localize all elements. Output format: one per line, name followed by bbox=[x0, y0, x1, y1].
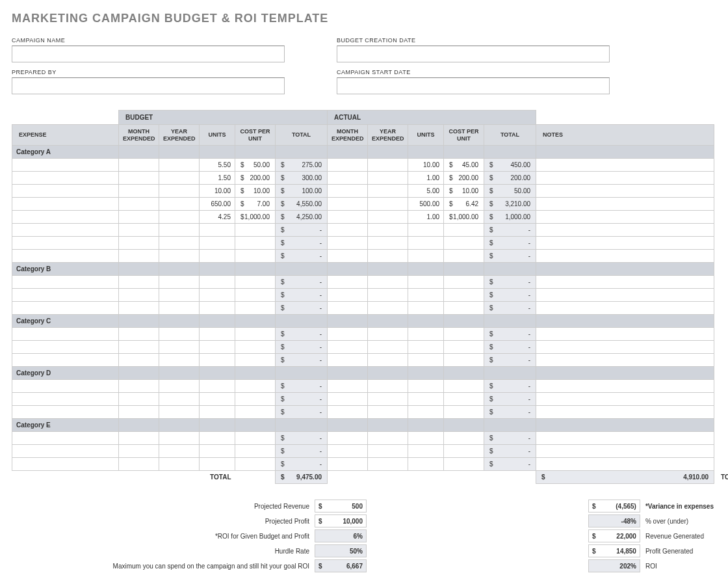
prepared-by-input[interactable] bbox=[12, 77, 285, 94]
budget-date-label: BUDGET CREATION DATE bbox=[337, 37, 610, 44]
table-row[interactable]: 5.50$50.00$275.0010.00$45.00$450.00 bbox=[12, 159, 714, 172]
budget-header: BUDGET bbox=[119, 111, 328, 125]
table-row[interactable]: $-$- bbox=[12, 224, 714, 237]
table-row[interactable]: $-$- bbox=[12, 302, 714, 315]
summary-value[interactable]: $6,667 bbox=[315, 559, 367, 572]
col-month-a: MONTH EXPENDED bbox=[328, 125, 368, 146]
page-title: MARKETING CAMPAIGN BUDGET & ROI TEMPLATE bbox=[12, 12, 716, 25]
summary-value[interactable]: 6% bbox=[315, 529, 367, 542]
table-row[interactable]: 1.50$200.00$300.001.00$200.00$200.00 bbox=[12, 172, 714, 185]
col-total-b: TOTAL bbox=[276, 125, 328, 146]
table-row[interactable]: $-$- bbox=[12, 445, 714, 458]
col-cpu-a: COST PER UNIT bbox=[444, 125, 484, 146]
summary-row: $14,850Profit Generated bbox=[588, 544, 714, 557]
table-row[interactable]: $-$- bbox=[12, 250, 714, 263]
summary-value[interactable]: 202% bbox=[588, 559, 640, 572]
summary-row: -48%% over (under) bbox=[588, 514, 714, 527]
table-row[interactable]: $-$- bbox=[12, 341, 714, 354]
table-row[interactable]: $-$- bbox=[12, 393, 714, 406]
table-row[interactable]: $-$- bbox=[12, 276, 714, 289]
col-cpu-b: COST PER UNIT bbox=[235, 125, 276, 146]
summary-value[interactable]: $22,000 bbox=[588, 529, 640, 542]
category-row: Category D bbox=[12, 367, 714, 380]
category-row: Category A bbox=[12, 146, 714, 159]
table-row[interactable]: $-$- bbox=[12, 406, 714, 419]
summary-row: $22,000Revenue Generated bbox=[588, 529, 714, 542]
summary-value[interactable]: $14,850 bbox=[588, 544, 640, 557]
category-row: Category C bbox=[12, 315, 714, 328]
table-row[interactable]: $-$- bbox=[12, 380, 714, 393]
summary-value[interactable]: $10,000 bbox=[315, 514, 367, 527]
campaign-name-label: CAMPAIGN NAME bbox=[12, 37, 285, 44]
col-month-b: MONTH EXPENDED bbox=[119, 125, 159, 146]
summary-value[interactable]: $(4,565) bbox=[588, 500, 640, 513]
table-row[interactable]: $-$- bbox=[12, 289, 714, 302]
summary-row: Maximum you can spend on the campaign an… bbox=[17, 559, 367, 572]
table-row[interactable]: $-$- bbox=[12, 458, 714, 471]
col-units-b: UNITS bbox=[200, 125, 235, 146]
table-row[interactable]: $-$- bbox=[12, 354, 714, 367]
actual-header: ACTUAL bbox=[328, 111, 536, 125]
summary-row: Projected Profit$10,000 bbox=[17, 514, 367, 527]
table-row[interactable]: 4.25$1,000.00$4,250.001.00$1,000.00$1,00… bbox=[12, 211, 714, 224]
category-row: Category E bbox=[12, 419, 714, 432]
table-row[interactable]: $-$- bbox=[12, 432, 714, 445]
col-notes: NOTES bbox=[536, 125, 714, 146]
summary-value[interactable]: -48% bbox=[588, 514, 640, 527]
col-units-a: UNITS bbox=[408, 125, 444, 146]
summary-row: *ROI for Given Budget and Profit6% bbox=[17, 529, 367, 542]
col-year-b: YEAR EXPENDED bbox=[159, 125, 200, 146]
start-date-label: CAMPAIGN START DATE bbox=[337, 69, 610, 75]
budget-date-input[interactable] bbox=[337, 46, 610, 62]
budget-table: BUDGET ACTUAL EXPENSE MONTH EXPENDED YEA… bbox=[12, 110, 714, 484]
table-row[interactable]: 650.00$7.00$4,550.00500.00$6.42$3,210.00 bbox=[12, 198, 714, 211]
summary-value[interactable]: 50% bbox=[315, 544, 367, 557]
table-row[interactable]: $-$- bbox=[12, 328, 714, 341]
totals-label: TOTAL bbox=[12, 471, 235, 484]
table-row[interactable]: $-$- bbox=[12, 237, 714, 250]
col-year-a: YEAR EXPENDED bbox=[368, 125, 408, 146]
summary-value[interactable]: $500 bbox=[315, 500, 367, 513]
col-total-a: TOTAL bbox=[484, 125, 536, 146]
col-expense: EXPENSE bbox=[12, 125, 119, 146]
prepared-by-label: PREPARED BY bbox=[12, 69, 285, 75]
summary-row: $(4,565)*Variance in expenses bbox=[588, 500, 714, 513]
table-row[interactable]: 10.00$10.00$100.005.00$10.00$50.00 bbox=[12, 185, 714, 198]
campaign-name-input[interactable] bbox=[12, 46, 285, 62]
actual-total: $4,910.00 bbox=[536, 471, 714, 484]
category-row: Category B bbox=[12, 263, 714, 276]
summary-row: Projected Revenue$500 bbox=[17, 500, 367, 513]
summary-row: 202%ROI bbox=[588, 559, 714, 572]
summary-row: Hurdle Rate50% bbox=[17, 544, 367, 557]
start-date-input[interactable] bbox=[337, 77, 610, 94]
budget-total: $9,475.00 bbox=[276, 471, 328, 484]
